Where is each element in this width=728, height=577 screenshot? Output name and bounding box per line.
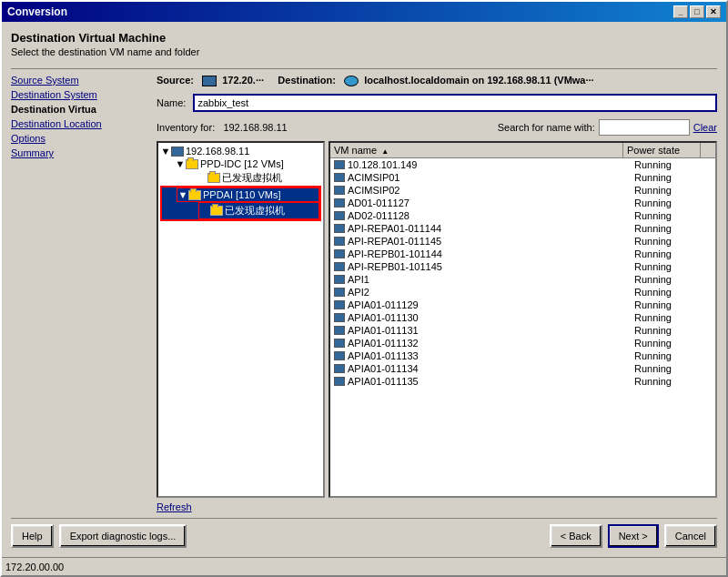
tree-panel[interactable]: ▼ 192.168.98.11 ▼ PPD-IDC [12 VMs] [157,141,325,498]
toggle-ppd-idc[interactable]: ▼ [175,158,186,169]
tree-root[interactable]: ▼ 192.168.98.11 [160,145,321,157]
table-row[interactable]: ACIMSIP01 Running [330,171,715,184]
toggle-ppdai[interactable]: ▼ [177,189,188,200]
tree-root-label: 192.168.98.11 [186,146,249,157]
toggle-ppdai-disc [199,206,210,217]
bottom-right: < Back Next > Cancel [550,524,717,548]
dest-value: localhost.localdomain on 192.168.98.11 (… [364,75,593,86]
name-row: Name: [157,94,717,112]
help-button[interactable]: Help [11,524,54,548]
vm-row-icon [334,173,345,182]
separator [11,68,717,69]
vm-row-name: ACIMSIP01 [348,172,634,183]
vm-row-name: APIA01-011132 [348,338,634,349]
tree-ppd-idc-group: ▼ PPD-IDC [12 VMs] 已发现虚拟机 [160,157,321,186]
back-button[interactable]: < Back [550,524,602,548]
sidebar-item-summary[interactable]: Summary [11,147,147,158]
vm-row-icon [334,237,345,246]
source-dest-bar: Source: 172.20.··· Destination: localhos… [157,75,717,86]
tree-ppdai[interactable]: ▼ PPDAI [110 VMs] [177,187,319,202]
col-header-vmname[interactable]: VM name ▲ [330,143,623,157]
vm-row-icon [334,160,345,169]
table-row[interactable]: API2 Running [330,286,715,299]
vm-row-power: Running [634,312,712,323]
vm-row-name: API-REPB01-101145 [348,261,634,272]
vm-row-icon [334,326,345,335]
vm-row-power: Running [634,363,712,374]
next-button[interactable]: Next > [608,524,659,548]
table-row[interactable]: ACIMSIP02 Running [330,184,715,197]
source-value: 172.20.··· [222,75,264,86]
status-text: 172.20.00.00 [5,562,64,572]
folder-icon-ppd-disc [207,173,220,183]
vm-row-name: AD01-011127 [348,197,634,208]
vm-row-icon [334,262,345,271]
vm-table-body[interactable]: 10.128.101.149 Running ACIMSIP01 Running… [330,158,715,496]
tree-ppdai-disc-group: 已发现虚拟机 [177,202,319,219]
tree-ppd-idc[interactable]: ▼ PPD-IDC [12 VMs] [175,157,321,170]
col-header-power[interactable]: Power state [623,143,701,157]
search-input[interactable] [599,119,690,136]
table-row[interactable]: API-REPA01-011145 Running [330,235,715,248]
vm-row-power: Running [634,274,712,285]
main-window: Conversion _ □ ✕ Destination Virtual Mac… [0,0,728,577]
table-row[interactable]: 10.128.101.149 Running [330,158,715,171]
tree-ppd-disc-label: 已发现虚拟机 [222,171,282,185]
vm-row-power: Running [634,172,712,183]
table-row[interactable]: API-REPA01-011144 Running [330,222,715,235]
vm-row-name: APIA01-011133 [348,350,634,361]
refresh-link[interactable]: Refresh [157,501,192,512]
search-row: Search for name with: Clear [498,119,717,136]
bottom-bar: Help Export diagnostic logs... < Back Ne… [11,518,717,548]
page-header: Destination Virtual Machine Select the d… [11,31,717,57]
sidebar-item-destination[interactable]: Destination System [11,89,147,100]
cancel-button[interactable]: Cancel [664,524,717,548]
tree-ppdai-disc-label: 已发现虚拟机 [225,204,285,218]
vm-row-name: API2 [348,287,634,298]
dest-globe-icon [344,76,359,86]
clear-button[interactable]: Clear [693,122,717,133]
vm-row-power: Running [634,376,712,387]
vm-row-power: Running [634,261,712,272]
sidebar-item-source[interactable]: Source System [11,75,147,86]
table-row[interactable]: APIA01-011129 Running [330,299,715,311]
vm-row-icon [334,313,345,322]
vm-row-power: Running [634,185,712,196]
table-row[interactable]: API-REPB01-101144 Running [330,248,715,260]
name-input[interactable] [193,94,717,112]
table-row[interactable]: AD01-011127 Running [330,197,715,209]
minimize-button[interactable]: _ [673,5,688,18]
inventory-search-row: Inventory for: 192.168.98.11 Search for … [157,119,717,136]
inventory-label: Inventory for: 192.168.98.11 [157,122,288,133]
export-button[interactable]: Export diagnostic logs... [59,524,187,548]
tree-ppdai-disc[interactable]: 已发现虚拟机 [198,202,319,219]
vm-row-icon [334,288,345,297]
table-row[interactable]: AD02-011128 Running [330,209,715,222]
sort-arrow-vmname: ▲ [381,147,389,156]
table-row[interactable]: APIA01-011135 Running [330,375,715,388]
vm-row-icon [334,339,345,348]
table-row[interactable]: APIA01-011131 Running [330,324,715,337]
table-row[interactable]: API1 Running [330,273,715,286]
table-row[interactable]: APIA01-011132 Running [330,337,715,349]
vm-row-power: Running [634,210,712,221]
refresh-area: Refresh [157,498,717,512]
table-row[interactable]: APIA01-011130 Running [330,311,715,324]
vm-row-name: APIA01-011135 [348,376,634,387]
table-row[interactable]: APIA01-011134 Running [330,362,715,375]
sidebar-item-options[interactable]: Options [11,133,147,144]
table-row[interactable]: APIA01-011133 Running [330,349,715,362]
sidebar-item-dest-location[interactable]: Destination Location [11,118,147,129]
vm-row-icon [334,186,345,195]
vm-row-name: 10.128.101.149 [348,159,634,170]
main-area: Source System Destination System Destina… [11,75,717,512]
close-button[interactable]: ✕ [706,5,721,18]
folder-icon-ppd-idc [186,159,198,169]
vm-row-name: API-REPB01-101144 [348,248,634,259]
vm-table-header: VM name ▲ Power state [330,143,715,158]
tree-ppdai-label: PPDAI [110 VMs] [203,189,281,200]
toggle-root[interactable]: ▼ [160,146,171,157]
tree-ppd-disc[interactable]: 已发现虚拟机 [197,170,321,186]
maximize-button[interactable]: □ [690,5,704,18]
table-row[interactable]: API-REPB01-101145 Running [330,260,715,273]
